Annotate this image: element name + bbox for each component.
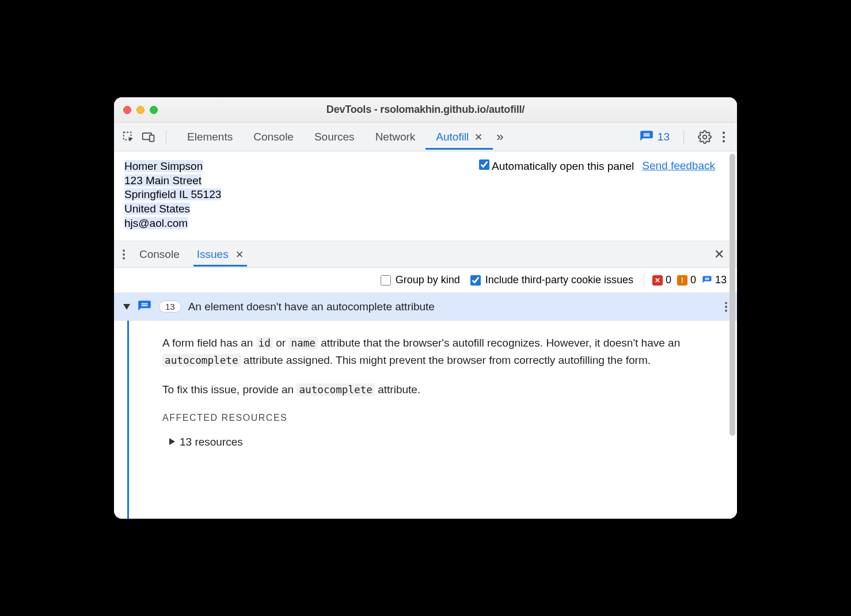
chat-icon — [137, 299, 152, 314]
severity-info[interactable]: 13 — [702, 274, 727, 286]
autofill-profile: Homer Simpson 123 Main Street Springfiel… — [124, 159, 221, 230]
issue-row[interactable]: 13 An element doesn't have an autocomple… — [114, 293, 737, 321]
auto-open-panel-checkbox-input[interactable] — [479, 159, 489, 170]
info-count: 13 — [715, 274, 727, 286]
tab-autofill-label: Autofill — [436, 131, 469, 143]
group-by-kind-label: Group by kind — [396, 274, 460, 286]
drawer-tab-issues-label: Issues — [197, 248, 229, 261]
info-chat-icon — [702, 275, 712, 286]
issues-filter-bar: Group by kind Include third-party cookie… — [114, 268, 737, 293]
auto-open-panel-checkbox[interactable]: Automatically open this panel — [479, 159, 634, 173]
zoom-window-button[interactable] — [150, 106, 158, 114]
severity-badges: ✕ 0 ! 0 13 — [644, 274, 727, 286]
tab-sources[interactable]: Sources — [304, 124, 365, 150]
svg-point-7 — [123, 249, 125, 252]
autofill-panel: Homer Simpson 123 Main Street Springfiel… — [114, 151, 737, 241]
scrollbar[interactable] — [730, 154, 735, 436]
warning-count: 0 — [690, 274, 696, 286]
issue-indicator-bar — [127, 321, 129, 519]
affected-resources-heading: AFFECTED RESOURCES — [162, 411, 714, 425]
issue-count-pill: 13 — [159, 301, 181, 313]
error-count: 0 — [666, 274, 671, 286]
affected-resources-toggle[interactable]: 13 resources — [162, 434, 714, 450]
severity-errors[interactable]: ✕ 0 — [652, 274, 671, 286]
tab-elements[interactable]: Elements — [177, 124, 243, 150]
svg-rect-2 — [150, 135, 154, 141]
issue-description-1: A form field has an id or name attribute… — [162, 334, 714, 368]
svg-point-8 — [123, 253, 125, 256]
issues-toolbar-badge[interactable]: 13 — [639, 130, 670, 145]
inspect-element-icon[interactable] — [122, 131, 135, 143]
drawer-tab-issues[interactable]: Issues ✕ — [193, 242, 247, 267]
issue-description-2: To fix this issue, provide an autocomple… — [162, 381, 714, 398]
profile-line: hjs@aol.com — [124, 217, 188, 229]
settings-gear-icon[interactable] — [698, 130, 712, 144]
traffic-lights — [123, 106, 158, 114]
close-window-button[interactable] — [123, 106, 131, 114]
drawer-tab-console[interactable]: Console — [136, 242, 183, 267]
close-tab-icon[interactable]: ✕ — [474, 131, 483, 143]
tab-network[interactable]: Network — [365, 124, 426, 150]
toolbar-divider — [683, 130, 684, 144]
tab-console[interactable]: Console — [243, 124, 304, 150]
issue-gutter — [114, 321, 142, 519]
issue-body: A form field has an id or name attribute… — [142, 321, 737, 519]
svg-point-6 — [723, 140, 725, 142]
drawer-more-icon[interactable] — [122, 249, 126, 260]
issue-body-wrap: A form field has an id or name attribute… — [114, 321, 737, 519]
third-party-cookie-checkbox[interactable]: Include third-party cookie issues — [470, 274, 633, 286]
auto-open-panel-label: Automatically open this panel — [492, 160, 634, 172]
issue-title: An element doesn't have an autocomplete … — [188, 301, 435, 313]
titlebar: DevTools - rsolomakhin.github.io/autofil… — [114, 97, 737, 123]
profile-line: 123 Main Street — [124, 174, 202, 187]
svg-point-9 — [123, 257, 125, 260]
svg-point-3 — [703, 135, 706, 138]
more-tabs-icon[interactable]: » — [496, 130, 500, 145]
warning-icon: ! — [677, 275, 687, 286]
third-party-cookie-label: Include third-party cookie issues — [485, 274, 633, 286]
drawer-tabs: Console Issues ✕ ✕ — [114, 241, 737, 268]
chat-icon — [639, 130, 654, 145]
expand-right-icon — [169, 438, 175, 445]
svg-point-5 — [723, 135, 725, 138]
close-drawer-icon[interactable]: ✕ — [714, 247, 729, 262]
send-feedback-link[interactable]: Send feedback — [642, 159, 715, 172]
error-icon: ✕ — [652, 275, 663, 286]
profile-line: Homer Simpson — [124, 160, 203, 172]
svg-point-11 — [725, 306, 727, 308]
issues-badge-count: 13 — [658, 131, 670, 143]
device-toggle-icon[interactable] — [142, 131, 155, 143]
window-title: DevTools - rsolomakhin.github.io/autofil… — [326, 104, 525, 116]
close-drawer-tab-icon[interactable]: ✕ — [235, 249, 244, 261]
svg-point-12 — [725, 310, 727, 312]
group-by-kind-checkbox-input[interactable] — [381, 275, 391, 286]
third-party-cookie-checkbox-input[interactable] — [470, 275, 481, 286]
toolbar-divider — [166, 130, 166, 144]
svg-point-10 — [725, 302, 727, 304]
devtools-window: DevTools - rsolomakhin.github.io/autofil… — [114, 97, 737, 519]
profile-line: United States — [124, 203, 190, 215]
tab-autofill[interactable]: Autofill ✕ — [426, 124, 493, 150]
main-tabs: Elements Console Sources Network Autofil… — [177, 124, 501, 150]
issue-more-icon[interactable] — [724, 301, 728, 313]
group-by-kind-checkbox[interactable]: Group by kind — [381, 274, 460, 286]
expand-toggle-icon[interactable] — [123, 304, 130, 310]
minimize-window-button[interactable] — [136, 106, 145, 114]
svg-point-4 — [723, 131, 725, 134]
affected-resources-label: 13 resources — [180, 434, 243, 450]
profile-line: Springfield IL 55123 — [124, 188, 221, 200]
more-icon[interactable] — [722, 131, 725, 143]
severity-warnings[interactable]: ! 0 — [677, 274, 696, 286]
main-toolbar: Elements Console Sources Network Autofil… — [114, 123, 737, 151]
panel-scroller: Homer Simpson 123 Main Street Springfiel… — [114, 151, 737, 519]
